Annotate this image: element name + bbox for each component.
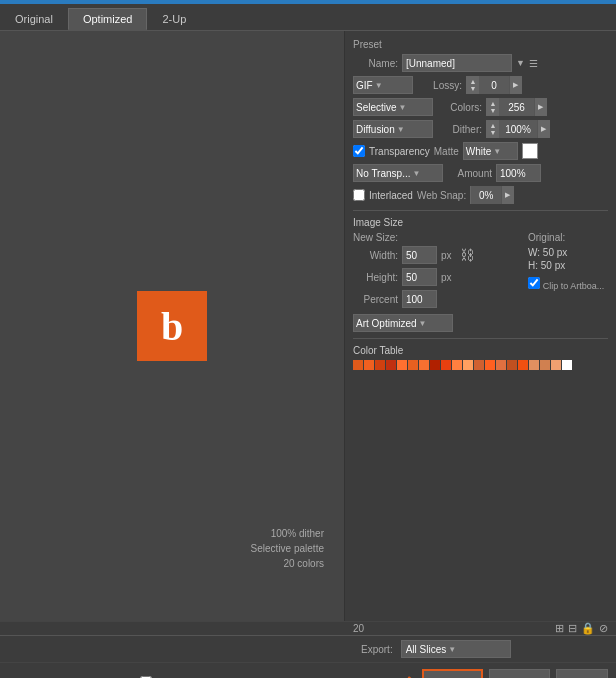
- percent-input[interactable]: [402, 290, 437, 308]
- width-input[interactable]: [402, 246, 437, 264]
- lossy-arrow[interactable]: ▶: [509, 76, 521, 94]
- transparency-row: Transparency Matte White ▼: [353, 142, 608, 160]
- color-table-icon-1[interactable]: ⊞: [555, 622, 564, 635]
- lossy-label: Lossy:: [417, 80, 462, 91]
- name-input[interactable]: [402, 54, 512, 72]
- swatches-area: [353, 360, 608, 370]
- art-optimized-select[interactable]: Art Optimized ▼: [353, 314, 453, 332]
- export-label: Export:: [361, 644, 393, 655]
- no-transparency-select[interactable]: No Transp... ▼: [353, 164, 443, 182]
- image-size-left: New Size: Width: px ⛓ Height: px Percent: [353, 232, 520, 312]
- transparency-checkbox-row: Transparency: [353, 145, 430, 157]
- width-px-label: px: [441, 250, 452, 261]
- link-icon[interactable]: ⛓: [460, 247, 474, 263]
- matte-select[interactable]: White ▼: [463, 142, 518, 160]
- color-table-icon-2[interactable]: ⊟: [568, 622, 577, 635]
- preset-label: Preset: [353, 39, 608, 50]
- color-swatch[interactable]: [441, 360, 451, 370]
- color-swatch[interactable]: [353, 360, 363, 370]
- selective-row: Selective ▼ Colors: ▲▼ ▶: [353, 98, 608, 116]
- name-row: Name: ▼ ☰: [353, 54, 608, 72]
- websnap-label: Web Snap:: [417, 190, 466, 201]
- color-swatch[interactable]: [551, 360, 561, 370]
- color-table-trash-icon[interactable]: ⊘: [599, 622, 608, 635]
- websnap-arrow[interactable]: ▶: [501, 186, 513, 204]
- export-select[interactable]: All Slices ▼: [401, 640, 511, 658]
- tab-optimized[interactable]: Optimized: [68, 8, 148, 30]
- websnap-input: ▶: [470, 186, 514, 204]
- percent-label: Percent: [353, 294, 398, 305]
- clip-checkbox[interactable]: [528, 277, 540, 289]
- footer-buttons: ➜ Save Cancel Done: [398, 669, 608, 678]
- interlaced-checkbox-row: Interlaced: [353, 189, 413, 201]
- color-swatch[interactable]: [408, 360, 418, 370]
- art-optimized-row: Art Optimized ▼: [353, 314, 608, 332]
- color-swatch[interactable]: [397, 360, 407, 370]
- interlaced-row: Interlaced Web Snap: ▶: [353, 186, 608, 204]
- amount-value[interactable]: [496, 164, 541, 182]
- height-px-label: px: [441, 272, 452, 283]
- width-label: Width:: [353, 250, 398, 261]
- color-swatch[interactable]: [463, 360, 473, 370]
- image-size-title: Image Size: [353, 217, 608, 228]
- color-swatch[interactable]: [430, 360, 440, 370]
- color-swatch[interactable]: [496, 360, 506, 370]
- format-select[interactable]: GIF ▼: [353, 76, 413, 94]
- color-count: 20: [353, 623, 364, 634]
- matte-label: Matte: [434, 146, 459, 157]
- color-swatch[interactable]: [452, 360, 462, 370]
- save-arrow-indicator: ➜: [398, 669, 416, 678]
- color-table-title: Color Table: [353, 345, 608, 356]
- color-swatch[interactable]: [529, 360, 539, 370]
- interlaced-label: Interlaced: [369, 190, 413, 201]
- color-swatch[interactable]: [375, 360, 385, 370]
- color-swatch[interactable]: [507, 360, 517, 370]
- color-swatch[interactable]: [562, 360, 572, 370]
- lossy-spin[interactable]: ▲▼: [467, 76, 479, 94]
- combined-bottom: 20 ⊞ ⊟ 🔒 ⊘: [0, 621, 616, 635]
- color-swatch[interactable]: [474, 360, 484, 370]
- dither-spin[interactable]: ▲▼: [487, 120, 499, 138]
- diffusion-select[interactable]: Diffusion ▼: [353, 120, 433, 138]
- height-row: Height: px: [353, 268, 520, 286]
- height-input[interactable]: [402, 268, 437, 286]
- width-row: Width: px ⛓: [353, 246, 520, 264]
- info-text: 100% dither Selective palette 20 colors: [251, 526, 324, 571]
- transparency-checkbox[interactable]: [353, 145, 365, 157]
- color-swatch[interactable]: [386, 360, 396, 370]
- colors-value[interactable]: [499, 98, 534, 116]
- color-swatch[interactable]: [364, 360, 374, 370]
- divider-2: [353, 338, 608, 339]
- color-table-lock-icon[interactable]: 🔒: [581, 622, 595, 635]
- tab-original[interactable]: Original: [0, 8, 68, 30]
- interlaced-checkbox[interactable]: [353, 189, 365, 201]
- colors-arrow[interactable]: ▶: [534, 98, 546, 116]
- websnap-value[interactable]: [471, 186, 501, 204]
- height-label: Height:: [353, 272, 398, 283]
- preset-arrow[interactable]: ▼: [516, 58, 525, 68]
- tab-2up[interactable]: 2-Up: [147, 8, 201, 30]
- lossy-input: ▲▼ ▶: [466, 76, 522, 94]
- dither-arrow[interactable]: ▶: [537, 120, 549, 138]
- color-swatch[interactable]: [419, 360, 429, 370]
- preset-menu-icon[interactable]: ☰: [529, 58, 538, 69]
- bottom-icons: ⊞ ⊟ 🔒 ⊘: [555, 622, 608, 635]
- done-button[interactable]: Done: [556, 669, 608, 678]
- color-swatch[interactable]: [518, 360, 528, 370]
- color-swatch[interactable]: [540, 360, 550, 370]
- right-panel: Preset Name: ▼ ☰ GIF ▼ Lossy: ▲▼ ▶: [345, 31, 616, 621]
- save-button[interactable]: Save: [422, 669, 483, 678]
- selective-select[interactable]: Selective ▼: [353, 98, 433, 116]
- cancel-button[interactable]: Cancel: [489, 669, 549, 678]
- dither-value[interactable]: [499, 120, 537, 138]
- lossy-value[interactable]: [479, 76, 509, 94]
- matte-color-swatch[interactable]: [522, 143, 538, 159]
- colors-spin[interactable]: ▲▼: [487, 98, 499, 116]
- color-swatch[interactable]: [485, 360, 495, 370]
- image-size-right: Original: W: 50 px H: 50 px Clip to Artb…: [528, 232, 608, 312]
- new-size-label: New Size:: [353, 232, 520, 243]
- name-label: Name:: [353, 58, 398, 69]
- gif-row: GIF ▼ Lossy: ▲▼ ▶: [353, 76, 608, 94]
- transparency-label: Transparency: [369, 146, 430, 157]
- no-transparency-row: No Transp... ▼ Amount: [353, 164, 608, 182]
